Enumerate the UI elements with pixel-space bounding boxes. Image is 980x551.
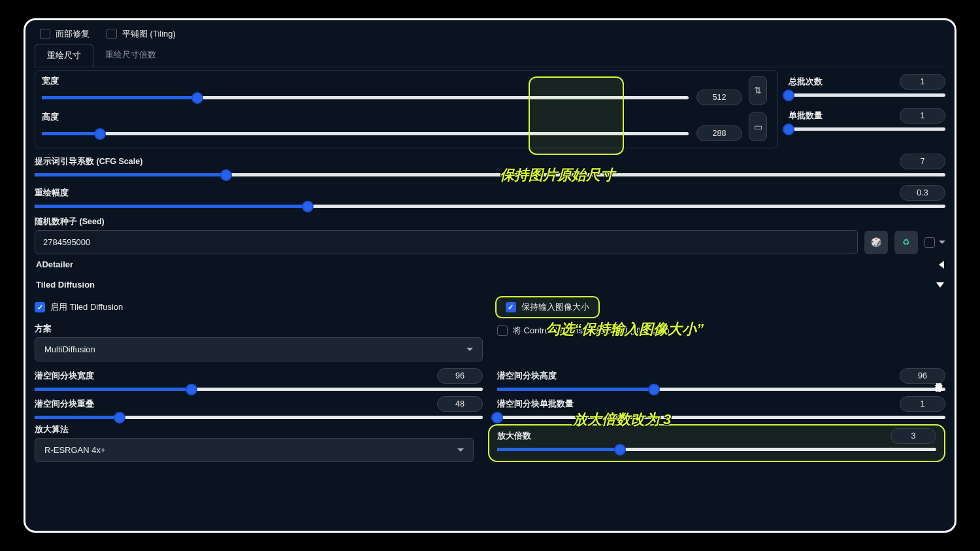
face-fix-checkbox[interactable]: 面部修复 — [40, 28, 90, 40]
tile-overlap-slider[interactable] — [35, 412, 483, 419]
tiled-diffusion-title: Tiled Diffusion — [36, 280, 95, 290]
dimension-controls: 宽度 512 高度 288 — [42, 76, 742, 141]
checkbox-icon — [506, 302, 516, 312]
upscaler-select[interactable]: R-ESRGAN 4x+ — [35, 438, 474, 462]
width-label: 宽度 — [42, 76, 742, 87]
tab-resize-by[interactable]: 重绘尺寸倍数 — [93, 44, 168, 67]
batch-size-label: 单批数量 — [789, 110, 823, 122]
checkbox-icon — [106, 29, 117, 39]
extra-seed-checkbox[interactable] — [924, 237, 945, 248]
settings-panel: 面部修复 平铺图 (Tiling) 重绘尺寸 重绘尺寸倍数 宽度 512 高度 — [24, 18, 956, 533]
batch-size-value[interactable]: 1 — [900, 108, 945, 124]
checkbox-icon — [497, 326, 508, 336]
aspect-button[interactable]: ▭ — [749, 112, 767, 141]
tile-overlap-label: 潜空间分块重叠 — [35, 399, 94, 410]
face-fix-label: 面部修复 — [56, 28, 90, 40]
move-tensor-cpu-checkbox[interactable]: 将 ControlNet tensor 移至CPU (如果适用) — [497, 325, 945, 337]
method-value: MultiDiffusion — [44, 344, 95, 354]
checkbox-icon — [35, 302, 45, 312]
chevron-down-icon — [939, 241, 945, 244]
reuse-seed-button[interactable]: ♻ — [894, 231, 918, 254]
batch-count-value[interactable]: 1 — [900, 74, 945, 90]
denoise-slider[interactable] — [35, 201, 945, 211]
tile-height-value[interactable]: 96 — [900, 368, 945, 384]
batch-controls: 总批次数 1 单批数量 1 — [789, 67, 945, 148]
method-label: 方案 — [35, 324, 483, 335]
random-seed-button[interactable]: 🎲 — [864, 231, 888, 254]
cfg-value[interactable]: 7 — [900, 154, 945, 169]
width-slider[interactable] — [42, 92, 689, 103]
dice-icon: 🎲 — [871, 237, 881, 247]
tile-width-label: 潜空间分块宽度 — [35, 371, 94, 382]
resize-tabs: 重绘尺寸 重绘尺寸倍数 — [35, 44, 945, 67]
scale-factor-value[interactable]: 3 — [890, 428, 936, 444]
checkbox-icon — [924, 237, 935, 248]
swap-dimensions-button[interactable]: ⇅ — [749, 76, 767, 105]
enable-tiled-diffusion-checkbox[interactable]: 启用 Tiled Diffusion — [35, 301, 123, 313]
move-tensor-cpu-label: 将 ControlNet tensor 移至CPU (如果适用) — [513, 325, 670, 337]
tab-resize-to[interactable]: 重绘尺寸 — [35, 44, 93, 67]
chevron-down-icon — [466, 348, 473, 351]
tile-width-value[interactable]: 96 — [437, 368, 483, 384]
scale-factor-slider[interactable] — [497, 444, 936, 457]
tile-width-slider[interactable] — [35, 384, 483, 391]
collapse-icon — [939, 261, 944, 269]
keep-input-size-checkbox[interactable]: 保持输入图像大小 — [495, 296, 600, 318]
denoise-value[interactable]: 0.3 — [900, 185, 945, 201]
cfg-slider[interactable] — [35, 169, 945, 180]
aspect-icon: ▭ — [754, 122, 762, 132]
checkbox-icon — [40, 29, 50, 39]
batch-count-slider[interactable] — [789, 90, 945, 100]
height-label: 高度 — [42, 112, 742, 123]
tile-batch-size-slider[interactable] — [497, 412, 945, 419]
cfg-label: 提示词引导系数 (CFG Scale) — [35, 156, 142, 167]
expand-icon — [936, 282, 944, 288]
batch-count-label: 总批次数 — [789, 76, 823, 88]
seed-label: 随机数种子 (Seed) — [35, 216, 945, 227]
scale-factor-label: 放大倍数 — [497, 431, 531, 442]
dimension-swap-column: ⇅ ▭ — [749, 76, 771, 141]
tile-batch-size-label: 潜空间分块单批数量 — [497, 399, 574, 410]
batch-size-slider[interactable] — [789, 124, 945, 134]
upscaler-value: R-ESRGAN 4x+ — [44, 445, 106, 455]
height-slider[interactable] — [42, 128, 689, 139]
tiled-diffusion-accordion[interactable]: Tiled Diffusion — [35, 275, 945, 295]
tiling-label: 平铺图 (Tiling) — [122, 28, 176, 40]
keep-input-size-label: 保持输入图像大小 — [521, 301, 589, 313]
enable-tiled-diffusion-label: 启用 Tiled Diffusion — [50, 301, 123, 313]
width-value[interactable]: 512 — [696, 90, 742, 105]
top-checkbox-row: 面部修复 平铺图 (Tiling) — [35, 25, 945, 40]
tile-batch-size-value[interactable]: 1 — [900, 396, 945, 412]
seed-input[interactable]: 2784595000 — [35, 230, 858, 254]
tile-height-slider[interactable] — [497, 384, 945, 391]
swap-icon: ⇅ — [754, 85, 762, 95]
upscaler-label: 放大算法 — [35, 424, 474, 435]
adetailer-title: ADetailer — [36, 259, 73, 269]
chevron-down-icon — [457, 448, 464, 452]
denoise-label: 重绘幅度 — [35, 188, 69, 199]
tile-overlap-value[interactable]: 48 — [437, 396, 483, 412]
tile-height-label: 潜空间分块高度 — [497, 371, 557, 382]
tiling-checkbox[interactable]: 平铺图 (Tiling) — [106, 28, 176, 40]
recycle-icon: ♻ — [902, 237, 910, 247]
height-value[interactable]: 288 — [696, 125, 742, 141]
adetailer-accordion[interactable]: ADetailer — [35, 254, 945, 275]
method-select[interactable]: MultiDiffusion — [35, 337, 483, 361]
